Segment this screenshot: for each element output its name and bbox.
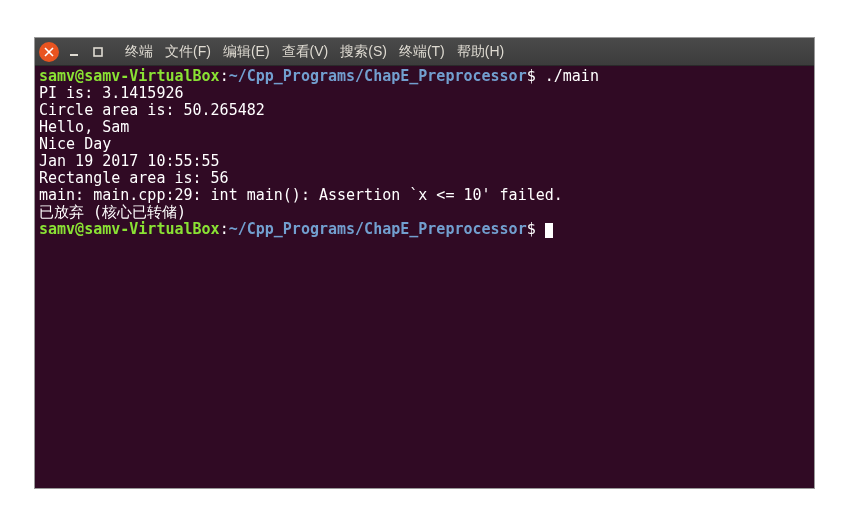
menu-view[interactable]: 查看(V) — [278, 41, 333, 63]
prompt-dollar: $ — [527, 67, 545, 85]
maximize-icon — [92, 46, 104, 58]
output-line: Circle area is: 50.265482 — [39, 102, 810, 119]
output-line: main: main.cpp:29: int main(): Assertion… — [39, 187, 810, 204]
terminal-content[interactable]: samv@samv-VirtualBox:~/Cpp_Programs/Chap… — [35, 66, 814, 488]
svg-rect-0 — [94, 48, 102, 56]
output-line: Nice Day — [39, 136, 810, 153]
close-icon — [44, 47, 54, 57]
prompt-dollar: $ — [527, 220, 545, 238]
terminal-window: 终端 文件(F) 编辑(E) 查看(V) 搜索(S) 终端(T) 帮助(H) s… — [35, 38, 814, 488]
titlebar: 终端 文件(F) 编辑(E) 查看(V) 搜索(S) 终端(T) 帮助(H) — [35, 38, 814, 66]
prompt-userhost: samv@samv-VirtualBox — [39, 220, 220, 238]
menu-help[interactable]: 帮助(H) — [453, 41, 508, 63]
prompt-line-2: samv@samv-VirtualBox:~/Cpp_Programs/Chap… — [39, 221, 810, 238]
cursor — [545, 223, 553, 238]
prompt-colon: : — [220, 67, 229, 85]
output-line: 已放弃 (核心已转储) — [39, 204, 810, 221]
minimize-button[interactable] — [65, 43, 83, 61]
prompt-userhost: samv@samv-VirtualBox — [39, 67, 220, 85]
menu-search[interactable]: 搜索(S) — [336, 41, 391, 63]
menu-terminal[interactable]: 终端 — [121, 41, 157, 63]
window-controls — [39, 42, 113, 62]
prompt-colon: : — [220, 220, 229, 238]
output-line: Jan 19 2017 10:55:55 — [39, 153, 810, 170]
menu-edit[interactable]: 编辑(E) — [219, 41, 274, 63]
close-button[interactable] — [39, 42, 59, 62]
menu-bar: 终端 文件(F) 编辑(E) 查看(V) 搜索(S) 终端(T) 帮助(H) — [121, 41, 508, 63]
prompt-line-1: samv@samv-VirtualBox:~/Cpp_Programs/Chap… — [39, 68, 810, 85]
prompt-path: ~/Cpp_Programs/ChapE_Preprocessor — [229, 67, 527, 85]
prompt-path: ~/Cpp_Programs/ChapE_Preprocessor — [229, 220, 527, 238]
minimize-icon — [68, 46, 80, 58]
output-line: PI is: 3.1415926 — [39, 85, 810, 102]
menu-terminal2[interactable]: 终端(T) — [395, 41, 449, 63]
output-line: Rectangle area is: 56 — [39, 170, 810, 187]
output-line: Hello, Sam — [39, 119, 810, 136]
maximize-button[interactable] — [89, 43, 107, 61]
command-text: ./main — [545, 67, 599, 85]
menu-file[interactable]: 文件(F) — [161, 41, 215, 63]
